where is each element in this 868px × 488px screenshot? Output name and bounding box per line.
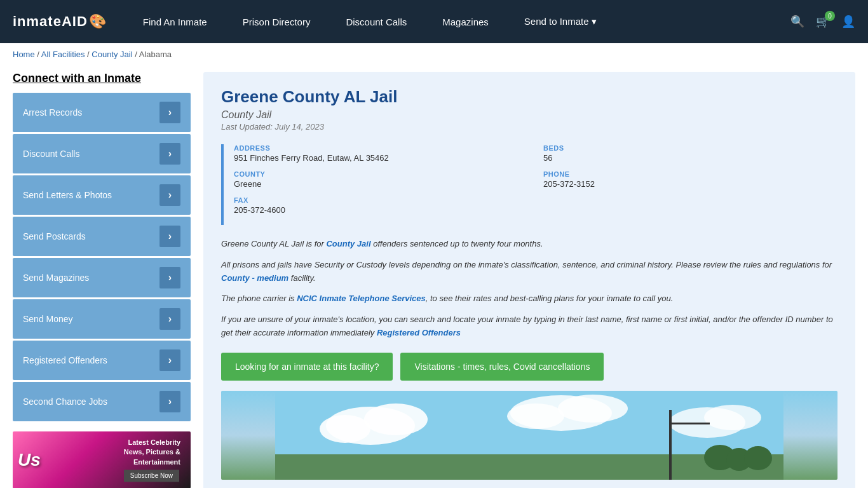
chevron-right-icon: › (159, 143, 180, 165)
sidebar-item-label: Send Money (23, 314, 73, 324)
info-divider: ADDRESS 951 Finches Ferry Road, Eutaw, A… (221, 144, 837, 225)
address-block: ADDRESS 951 Finches Ferry Road, Eutaw, A… (234, 144, 518, 163)
svg-rect-10 (669, 410, 672, 480)
svg-point-7 (507, 403, 564, 429)
desc2: All prisons and jails have Security or C… (221, 259, 837, 285)
fax-label: FAX (234, 196, 518, 204)
breadcrumb-home[interactable]: Home (13, 50, 35, 59)
sidebar-item-label: Send Postcards (23, 231, 86, 241)
sidebar: Connect with an Inmate Arrest Records › … (13, 72, 191, 488)
sidebar-menu: Arrest Records › Discount Calls › Send L… (13, 93, 191, 421)
logo-text: inmateAID (13, 13, 88, 30)
facility-image (221, 391, 837, 480)
address-label: ADDRESS (234, 144, 518, 152)
desc4: If you are unsure of your inmate's locat… (221, 313, 837, 340)
main-nav: Find An Inmate Prison Directory Discount… (125, 0, 790, 43)
nav-send-to-inmate[interactable]: Send to Inmate ▾ (506, 0, 614, 43)
logo-icon: 🎨 (89, 13, 106, 30)
breadcrumb-all-facilities[interactable]: All Facilities (41, 50, 85, 59)
chevron-right-icon: › (159, 184, 180, 206)
breadcrumb-county-jail[interactable]: County Jail (92, 50, 132, 59)
logo[interactable]: inmateAID 🎨 (13, 13, 106, 30)
svg-point-9 (704, 405, 761, 430)
ad-text: Latest Celebrity News, Pictures & Entert… (119, 433, 186, 487)
sidebar-item-send-magazines[interactable]: Send Magazines › (13, 258, 191, 297)
sidebar-item-label: Arrest Records (23, 107, 82, 118)
sidebar-item-send-money[interactable]: Send Money › (13, 299, 191, 339)
main-container: Connect with an Inmate Arrest Records › … (0, 65, 868, 488)
sidebar-item-label: Send Magazines (23, 273, 89, 283)
find-inmate-button[interactable]: Looking for an inmate at this facility? (221, 353, 393, 381)
search-button[interactable]: 🔍 (790, 15, 804, 29)
ad-logo: Us (18, 450, 41, 470)
chevron-right-icon: › (159, 102, 180, 123)
beds-block: BEDS 56 (543, 144, 827, 163)
chevron-right-icon: › (159, 226, 180, 247)
desc3: The phone carrier is NCIC Inmate Telepho… (221, 292, 837, 306)
ncic-link[interactable]: NCIC Inmate Telephone Services (297, 294, 426, 303)
facility-type: County Jail (221, 109, 837, 121)
header-icons: 🔍 🛒 0 👤 (790, 15, 855, 29)
facility-last-updated: Last Updated: July 14, 2023 (221, 122, 837, 132)
county-jail-link[interactable]: County Jail (326, 239, 370, 248)
user-button[interactable]: 👤 (841, 15, 855, 29)
ad-subscribe-button[interactable]: Subscribe Now (124, 470, 179, 482)
breadcrumb-state: Alabama (139, 50, 172, 59)
nav-discount-calls[interactable]: Discount Calls (328, 0, 424, 43)
connect-title: Connect with an Inmate (13, 72, 191, 85)
sidebar-item-arrest-records[interactable]: Arrest Records › (13, 93, 191, 132)
cart-button[interactable]: 🛒 0 (816, 15, 830, 29)
phone-block: PHONE 205-372-3152 (543, 170, 827, 189)
svg-point-4 (320, 415, 370, 443)
sidebar-item-send-postcards[interactable]: Send Postcards › (13, 217, 191, 256)
sidebar-item-send-letters[interactable]: Send Letters & Photos › (13, 175, 191, 215)
svg-point-6 (558, 395, 628, 423)
phone-label: PHONE (543, 170, 827, 178)
county-block: COUNTY Greene (234, 170, 518, 189)
fax-value: 205-372-4600 (234, 205, 518, 215)
svg-point-14 (744, 446, 772, 470)
breadcrumb: Home / All Facilities / County Jail / Al… (0, 43, 868, 65)
sidebar-item-second-chance-jobs[interactable]: Second Chance Jobs › (13, 382, 191, 421)
fax-block: FAX 205-372-4600 (234, 196, 518, 215)
nav-prison-directory[interactable]: Prison Directory (225, 0, 329, 43)
chevron-right-icon: › (159, 349, 180, 371)
address-value: 951 Finches Ferry Road, Eutaw, AL 35462 (234, 153, 518, 163)
chevron-right-icon: › (159, 308, 180, 330)
registered-offenders-link[interactable]: Registered Offenders (377, 328, 461, 337)
sidebar-ad[interactable]: Us Latest Celebrity News, Pictures & Ent… (13, 431, 191, 488)
info-grid: ADDRESS 951 Finches Ferry Road, Eutaw, A… (224, 144, 837, 225)
sidebar-item-registered-offenders[interactable]: Registered Offenders › (13, 341, 191, 380)
chevron-right-icon: › (159, 267, 180, 288)
nav-magazines[interactable]: Magazines (424, 0, 506, 43)
sidebar-item-label: Second Chance Jobs (23, 396, 107, 407)
action-buttons: Looking for an inmate at this facility? … (221, 353, 837, 381)
cart-badge: 0 (825, 11, 835, 21)
phone-value: 205-372-3152 (543, 179, 827, 189)
county-value: Greene (234, 179, 518, 189)
sidebar-item-label: Send Letters & Photos (23, 190, 112, 200)
sidebar-item-discount-calls[interactable]: Discount Calls › (13, 134, 191, 173)
beds-label: BEDS (543, 144, 827, 152)
visitations-button[interactable]: Visitations - times, rules, Covid cancel… (400, 353, 604, 381)
county-medium-link[interactable]: County - medium (221, 273, 288, 283)
sidebar-item-label: Registered Offenders (23, 355, 107, 365)
beds-value: 56 (543, 153, 827, 163)
svg-point-3 (364, 403, 428, 435)
desc1: Greene County AL Jail is for County Jail… (221, 238, 837, 251)
svg-rect-11 (672, 423, 710, 424)
nav-find-inmate[interactable]: Find An Inmate (125, 0, 225, 43)
facility-title: Greene County AL Jail (221, 87, 837, 107)
chevron-right-icon: › (159, 391, 180, 412)
site-header: inmateAID 🎨 Find An Inmate Prison Direct… (0, 0, 868, 43)
sidebar-item-label: Discount Calls (23, 149, 79, 159)
facility-content: Greene County AL Jail County Jail Last U… (203, 72, 855, 488)
county-label: COUNTY (234, 170, 518, 178)
facility-image-svg (221, 391, 837, 480)
